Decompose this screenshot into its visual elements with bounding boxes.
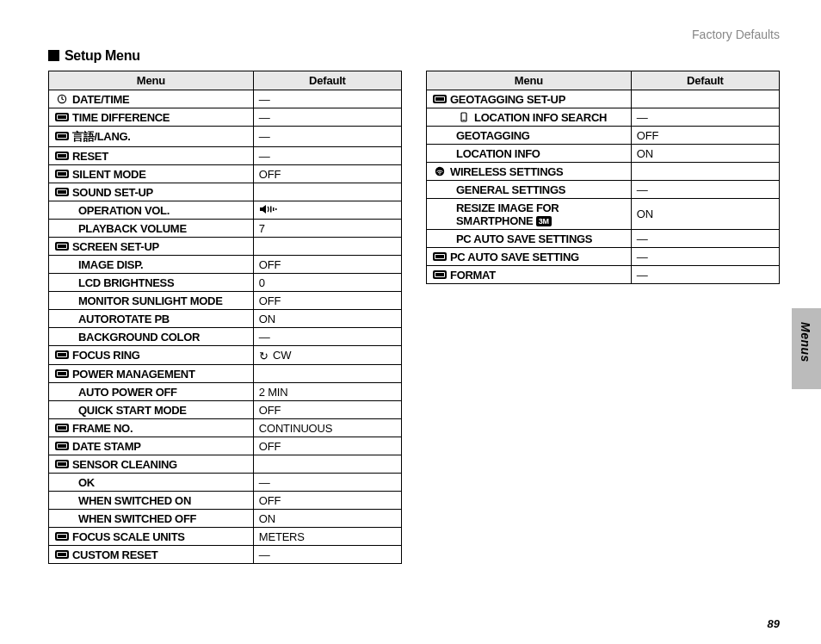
format-icon: [432, 269, 448, 280]
phone-icon: [456, 112, 472, 122]
default-cell: 2 MIN: [253, 383, 401, 401]
svg-rect-53: [435, 255, 444, 258]
menu-cell: AUTOROTATE PB: [49, 310, 254, 328]
menu-label: IMAGE DISP.: [78, 258, 143, 271]
table-row: RESET—: [49, 147, 402, 165]
col-header-menu: Menu: [427, 71, 632, 90]
menu-cell: GENERAL SETTINGS: [427, 181, 632, 199]
default-cell: OFF: [631, 127, 779, 145]
menu-cell: DATE/TIME: [49, 90, 254, 108]
menu-label: SILENT MODE: [72, 168, 146, 181]
page-number: 89: [768, 617, 780, 630]
setup-menu-table-right: Menu Default GEOTAGGING SET-UPLOCATION I…: [426, 71, 780, 284]
header-right: Factory Defaults: [692, 28, 780, 41]
default-cell: [253, 365, 401, 383]
table-row: FOCUS RING↻ CW: [49, 346, 402, 365]
default-value: —: [637, 183, 648, 196]
col-header-default: Default: [253, 71, 401, 90]
menu-cell: PC AUTO SAVE SETTING: [427, 248, 632, 266]
svg-rect-37: [58, 462, 66, 466]
geo-icon: [432, 94, 448, 104]
default-value: —: [259, 476, 270, 489]
default-cell: —: [253, 546, 401, 564]
table-row: FRAME NO.CONTINUOUS: [49, 419, 402, 437]
default-cell: OFF: [253, 437, 401, 455]
default-cell: OFF: [253, 256, 401, 274]
size-chip: 3M: [536, 216, 552, 226]
menu-label: 言語/LANG.: [72, 130, 131, 143]
svg-rect-7: [58, 134, 66, 138]
clock-icon: [54, 94, 70, 104]
default-value: CONTINUOUS: [259, 422, 332, 435]
menu-label: FORMAT: [450, 269, 496, 282]
svg-rect-43: [58, 553, 66, 556]
menu-label: PLAYBACK VOLUME: [78, 222, 187, 235]
menu-cell: QUICK START MODE: [49, 401, 254, 419]
default-value: —: [259, 93, 270, 106]
default-cell: —: [253, 127, 401, 147]
table-row: FOCUS SCALE UNITSMETERS: [49, 528, 402, 546]
table-row: SILENT MODEOFF: [49, 165, 402, 183]
svg-rect-18: [273, 207, 275, 211]
table-row: PC AUTO SAVE SETTINGS —: [427, 230, 780, 248]
menu-label: LCD BRIGHTNESS: [78, 276, 174, 289]
table-row: QUICK START MODE OFF: [49, 401, 402, 419]
menu-label: LOCATION INFO: [456, 147, 540, 160]
menu-cell: DATE STAMP: [49, 437, 254, 455]
menu-label: DATE STAMP: [72, 440, 141, 453]
menu-cell: LCD BRIGHTNESS: [49, 274, 254, 292]
menu-cell: TIME DIFFERENCE: [49, 108, 254, 127]
default-value: OFF: [259, 294, 281, 307]
date-stamp-icon: [54, 441, 70, 451]
svg-rect-40: [58, 535, 66, 538]
menu-cell: GEOTAGGING SET-UP: [427, 90, 632, 108]
menu-cell: OPERATION VOL.: [49, 201, 254, 220]
table-row: GEOTAGGING OFF: [427, 127, 780, 145]
menu-label: QUICK START MODE: [78, 404, 187, 417]
default-value: —: [637, 111, 648, 124]
svg-rect-4: [58, 115, 66, 119]
menu-cell: SENSOR CLEANING: [49, 455, 254, 474]
default-value: OFF: [259, 440, 281, 453]
default-cell: ↻ CW: [253, 346, 401, 365]
default-cell: —: [253, 147, 401, 165]
default-value: OFF: [259, 404, 281, 417]
svg-rect-13: [58, 172, 66, 176]
menu-cell: FRAME NO.: [49, 419, 254, 437]
menu-label: GENERAL SETTINGS: [456, 183, 565, 196]
menu-cell: RESET: [49, 147, 254, 165]
menu-label: FOCUS SCALE UNITS: [72, 530, 185, 543]
table-row: SCREEN SET-UP: [49, 238, 402, 256]
section-label: Menus: [799, 322, 812, 362]
menu-label: SENSOR CLEANING: [72, 458, 177, 471]
section-title: Setup Menu: [48, 48, 780, 64]
table-row: CUSTOM RESET—: [49, 546, 402, 564]
default-value: 7: [259, 222, 265, 235]
menu-cell: FOCUS SCALE UNITS: [49, 528, 254, 546]
menu-label: PC AUTO SAVE SETTING: [450, 251, 579, 263]
menu-cell: OK: [49, 474, 254, 492]
menu-label: OPERATION VOL.: [78, 204, 170, 217]
menu-cell: MONITOR SUNLIGHT MODE: [49, 292, 254, 310]
default-value: OFF: [259, 494, 281, 507]
table-row: OPERATION VOL.: [49, 201, 402, 220]
svg-rect-56: [435, 273, 444, 276]
default-value: 0: [259, 276, 265, 289]
svg-rect-31: [58, 426, 66, 430]
default-cell: OFF: [253, 165, 401, 183]
table-row: WIRELESS SETTINGS: [427, 163, 780, 181]
default-cell: —: [253, 474, 401, 492]
menu-cell: FOCUS RING: [49, 346, 254, 365]
pc-icon: [432, 251, 448, 262]
menu-cell: SCREEN SET-UP: [49, 238, 254, 256]
default-cell: —: [631, 266, 779, 284]
default-cell: —: [631, 248, 779, 266]
menu-cell: AUTO POWER OFF: [49, 383, 254, 401]
menu-label: WIRELESS SETTINGS: [450, 165, 563, 178]
menu-cell: POWER MANAGEMENT: [49, 365, 254, 383]
menu-cell: SOUND SET-UP: [49, 183, 254, 201]
menu-label: GEOTAGGING: [456, 129, 530, 142]
default-value: —: [259, 331, 270, 344]
table-row: SOUND SET-UP: [49, 183, 402, 201]
menu-label: CUSTOM RESET: [72, 548, 157, 561]
